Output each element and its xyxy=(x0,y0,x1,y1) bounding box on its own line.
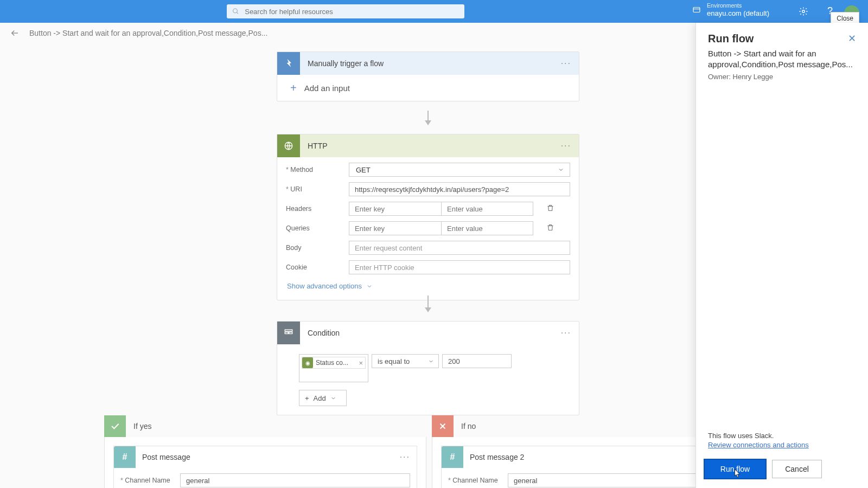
condition-left-operand[interactable]: ◉ Status co... × xyxy=(299,354,368,382)
label-method: Method xyxy=(286,166,349,174)
back-icon[interactable] xyxy=(10,28,20,38)
chevron-down-icon xyxy=(428,358,434,364)
channel-value: general xyxy=(186,477,209,485)
show-advanced-label: Show advanced options xyxy=(287,282,362,290)
trigger-card: Manually trigger a flow ··· + Add an inp… xyxy=(277,52,579,101)
panel-uses-text: This flow uses Slack. xyxy=(708,432,774,440)
channel-select-2[interactable]: general xyxy=(508,473,695,487)
add-label: Add xyxy=(314,394,326,402)
query-value-input[interactable] xyxy=(441,221,533,235)
body-input[interactable] xyxy=(349,241,570,255)
http-menu[interactable]: ··· xyxy=(553,141,579,151)
check-icon xyxy=(104,415,126,437)
condition-value-input[interactable] xyxy=(442,354,512,368)
chevron-down-icon xyxy=(366,283,373,290)
cancel-button[interactable]: Cancel xyxy=(772,460,822,478)
svg-rect-8 xyxy=(285,332,288,334)
search-input[interactable] xyxy=(245,8,459,16)
label-body: Body xyxy=(286,244,349,252)
chevron-down-icon xyxy=(558,166,564,173)
label-queries: Queries xyxy=(286,224,349,232)
run-flow-panel: Run flow ✕ Button -> Start and wait for … xyxy=(695,23,868,488)
add-input-label: Add an input xyxy=(304,84,350,93)
post-message-card: # Post message ··· Channel Name general xyxy=(113,446,417,488)
header-value-input[interactable] xyxy=(441,202,533,216)
svg-rect-7 xyxy=(285,330,292,331)
trigger-menu[interactable]: ··· xyxy=(553,59,579,68)
label-cookie: Cookie xyxy=(286,264,349,271)
method-select[interactable]: GET xyxy=(349,163,570,177)
search-icon xyxy=(232,8,239,15)
http-icon xyxy=(277,134,300,157)
if-no-branch: If no # Post message 2 ··· Channel Name … xyxy=(432,415,695,488)
header-delete-icon[interactable] xyxy=(546,204,554,214)
post-message-2-title: Post message 2 xyxy=(463,453,695,461)
chevron-down-icon xyxy=(330,395,336,401)
environment-label: Environments xyxy=(707,2,769,9)
environment-icon xyxy=(692,5,701,15)
query-delete-icon[interactable] xyxy=(546,223,554,234)
if-yes-branch: If yes # Post message ··· Channel Name g… xyxy=(104,415,426,488)
panel-flow-name: Button -> Start and wait for an approval… xyxy=(696,48,868,70)
if-yes-label: If yes xyxy=(126,422,151,431)
method-value: GET xyxy=(356,166,371,174)
operator-value: is equal to xyxy=(378,357,410,365)
token-remove-icon[interactable]: × xyxy=(356,359,365,367)
svg-point-0 xyxy=(233,9,238,13)
uri-input[interactable] xyxy=(349,182,570,196)
post-message-menu[interactable]: ··· xyxy=(393,452,417,462)
trigger-title: Manually trigger a flow xyxy=(300,59,553,68)
environment-picker[interactable]: Environments enayu.com (default) xyxy=(692,2,769,17)
condition-card: Condition ··· ◉ Status co... × is equal … xyxy=(277,321,579,415)
panel-title: Run flow xyxy=(708,33,754,45)
svg-line-1 xyxy=(237,12,238,14)
condition-icon xyxy=(277,322,300,344)
panel-owner: Owner: Henry Legge xyxy=(696,70,868,81)
connector-arrow xyxy=(427,296,429,312)
http-token-icon: ◉ xyxy=(302,357,313,368)
if-no-label: If no xyxy=(454,422,476,431)
http-card: HTTP ··· Method GET URI Headers xyxy=(277,134,579,300)
svg-point-4 xyxy=(802,10,805,13)
post-message-2-card: # Post message 2 ··· Channel Name genera… xyxy=(441,446,695,488)
add-input-button[interactable]: + Add an input xyxy=(277,75,579,101)
breadcrumb: Button -> Start and wait for an approval… xyxy=(10,28,267,38)
connector-arrow xyxy=(427,111,429,125)
query-key-input[interactable] xyxy=(349,221,441,235)
breadcrumb-text: Button -> Start and wait for an approval… xyxy=(29,29,267,37)
flow-canvas: Manually trigger a flow ··· + Add an inp… xyxy=(0,43,695,488)
add-condition-button[interactable]: + Add xyxy=(299,390,347,406)
top-bar: Environments enayu.com (default) ? Close xyxy=(0,0,868,23)
http-title: HTTP xyxy=(300,142,553,150)
svg-rect-2 xyxy=(693,7,700,12)
channel-select[interactable]: general xyxy=(180,473,410,487)
x-icon xyxy=(432,415,454,437)
show-advanced-toggle[interactable]: Show advanced options xyxy=(286,280,570,292)
review-connections-link[interactable]: Review connections and actions xyxy=(708,441,856,449)
svg-rect-9 xyxy=(289,332,292,334)
trigger-icon xyxy=(277,52,300,75)
label-uri: URI xyxy=(286,185,349,193)
label-channel: Channel Name xyxy=(448,477,508,484)
label-headers: Headers xyxy=(286,205,349,213)
label-channel: Channel Name xyxy=(120,477,180,484)
settings-icon[interactable] xyxy=(799,7,808,16)
environment-name: enayu.com (default) xyxy=(707,9,769,17)
plus-icon: + xyxy=(305,394,309,402)
token-label: Status co... xyxy=(316,359,356,367)
run-flow-button[interactable]: Run flow xyxy=(705,460,765,478)
header-key-input[interactable] xyxy=(349,202,441,216)
plus-icon: + xyxy=(290,82,297,94)
post-message-title: Post message xyxy=(136,453,393,461)
condition-menu[interactable]: ··· xyxy=(553,328,579,338)
panel-close-icon[interactable]: ✕ xyxy=(848,33,856,44)
global-search[interactable] xyxy=(227,4,464,18)
cookie-input[interactable] xyxy=(349,260,570,274)
operator-select[interactable]: is equal to xyxy=(372,354,439,368)
slack-icon: # xyxy=(442,446,463,468)
condition-title: Condition xyxy=(300,329,553,337)
slack-icon: # xyxy=(114,446,136,468)
channel-value-2: general xyxy=(514,477,537,485)
